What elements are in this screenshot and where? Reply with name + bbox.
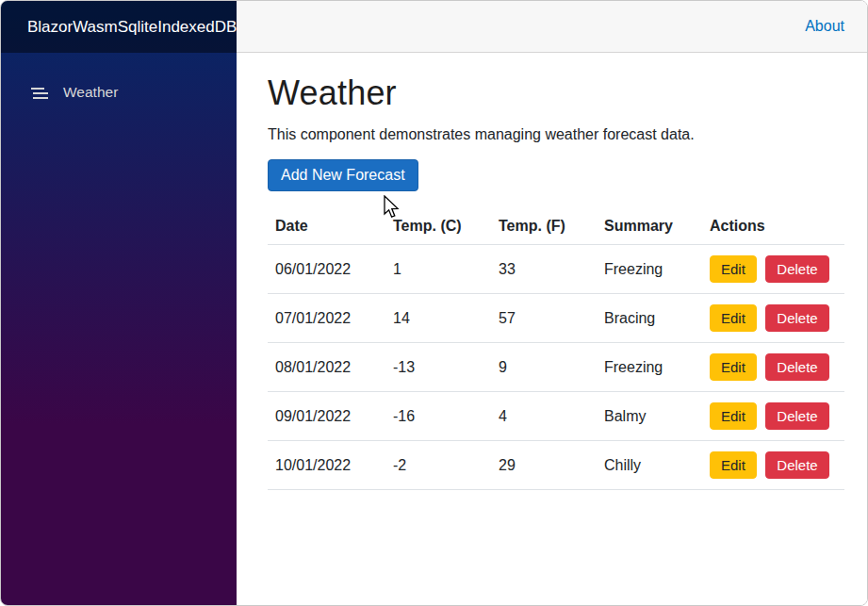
delete-button[interactable]: Delete xyxy=(765,304,828,332)
edit-button[interactable]: Edit xyxy=(710,304,757,332)
sidebar: BlazorWasmSqliteIndexedDB Weather xyxy=(1,1,237,605)
cell-temp-f: 57 xyxy=(491,294,597,343)
add-new-forecast-button[interactable]: Add New Forecast xyxy=(268,159,418,191)
column-header-temp-c: Temp. (C) xyxy=(385,209,491,245)
forecast-table: Date Temp. (C) Temp. (F) Summary Actions… xyxy=(268,209,844,490)
sidebar-nav: Weather xyxy=(1,53,237,115)
cell-date: 09/01/2022 xyxy=(268,392,385,441)
table-row: 10/01/2022 -2 29 Chilly Edit Delete xyxy=(268,441,844,490)
cell-date: 08/01/2022 xyxy=(268,343,385,392)
cell-temp-f: 9 xyxy=(491,343,597,392)
table-row: 09/01/2022 -16 4 Balmy Edit Delete xyxy=(268,392,844,441)
edit-button[interactable]: Edit xyxy=(710,402,757,430)
page-description: This component demonstrates managing wea… xyxy=(268,126,844,143)
column-header-date: Date xyxy=(268,209,385,245)
cell-temp-f: 33 xyxy=(491,245,597,294)
cell-actions: Edit Delete xyxy=(702,245,844,294)
app-brand-title[interactable]: BlazorWasmSqliteIndexedDB xyxy=(27,18,237,37)
table-row: 07/01/2022 14 57 Bracing Edit Delete xyxy=(268,294,844,343)
cell-summary: Chilly xyxy=(597,441,702,490)
cell-summary: Freezing xyxy=(597,343,702,392)
table-row: 06/01/2022 1 33 Freezing Edit Delete xyxy=(268,245,844,294)
sidebar-item-weather[interactable]: Weather xyxy=(1,70,237,115)
table-row: 08/01/2022 -13 9 Freezing Edit Delete xyxy=(268,343,844,392)
app-window: BlazorWasmSqliteIndexedDB Weather About … xyxy=(0,0,868,606)
cell-temp-c: 14 xyxy=(385,294,491,343)
sidebar-item-label: Weather xyxy=(63,84,118,101)
delete-button[interactable]: Delete xyxy=(765,402,828,430)
column-header-temp-f: Temp. (F) xyxy=(491,209,597,245)
page-title: Weather xyxy=(268,74,844,113)
cell-actions: Edit Delete xyxy=(702,294,844,343)
cell-date: 06/01/2022 xyxy=(268,245,385,294)
cell-summary: Bracing xyxy=(597,294,702,343)
column-header-actions: Actions xyxy=(702,209,844,245)
cell-temp-c: -2 xyxy=(385,441,491,490)
top-bar: About xyxy=(237,1,867,53)
edit-button[interactable]: Edit xyxy=(710,255,757,283)
page-content: Weather This component demonstrates mana… xyxy=(237,53,867,490)
main-area: About Weather This component demonstrate… xyxy=(237,1,867,605)
delete-button[interactable]: Delete xyxy=(765,451,828,479)
cell-date: 07/01/2022 xyxy=(268,294,385,343)
delete-button[interactable]: Delete xyxy=(765,353,828,381)
cell-summary: Balmy xyxy=(597,392,702,441)
cell-temp-f: 29 xyxy=(491,441,597,490)
cell-temp-c: 1 xyxy=(385,245,491,294)
cell-summary: Freezing xyxy=(597,245,702,294)
table-header-row: Date Temp. (C) Temp. (F) Summary Actions xyxy=(268,209,844,245)
about-link[interactable]: About xyxy=(805,18,844,35)
cell-actions: Edit Delete xyxy=(702,343,844,392)
list-icon xyxy=(31,85,50,101)
edit-button[interactable]: Edit xyxy=(710,353,757,381)
cell-actions: Edit Delete xyxy=(702,392,844,441)
column-header-summary: Summary xyxy=(597,209,702,245)
cell-actions: Edit Delete xyxy=(702,441,844,490)
delete-button[interactable]: Delete xyxy=(765,255,828,283)
cell-temp-c: -13 xyxy=(385,343,491,392)
cell-temp-c: -16 xyxy=(385,392,491,441)
cell-date: 10/01/2022 xyxy=(268,441,385,490)
brand-bar: BlazorWasmSqliteIndexedDB xyxy=(1,1,237,53)
cell-temp-f: 4 xyxy=(491,392,597,441)
edit-button[interactable]: Edit xyxy=(710,451,757,479)
